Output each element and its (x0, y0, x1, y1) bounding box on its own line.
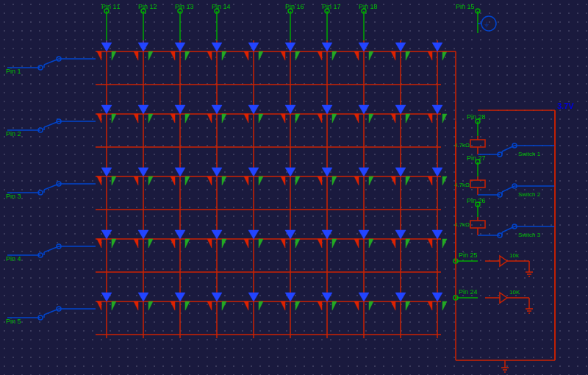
svg-marker-104 (185, 114, 190, 123)
svg-marker-168 (248, 230, 259, 239)
voltage-label: 3.7V (557, 101, 574, 110)
svg-marker-96 (101, 105, 112, 114)
resistor2-label: 4.7kΩ (454, 182, 470, 188)
svg-marker-184 (428, 239, 432, 248)
svg-marker-167 (222, 239, 226, 248)
svg-marker-121 (391, 114, 395, 123)
svg-marker-183 (432, 230, 442, 239)
svg-marker-180 (395, 230, 406, 239)
svg-marker-140 (259, 176, 263, 185)
svg-marker-186 (101, 293, 112, 301)
svg-marker-135 (212, 168, 222, 176)
svg-marker-205 (318, 301, 322, 310)
svg-marker-204 (322, 293, 332, 301)
svg-marker-169 (244, 239, 248, 248)
svg-marker-91 (391, 51, 395, 60)
svg-marker-132 (175, 168, 185, 176)
svg-marker-67 (112, 51, 116, 60)
svg-marker-159 (138, 230, 148, 239)
pin13-label: Pin 13 (175, 3, 194, 10)
pin18-label: Pin 18 (359, 3, 378, 10)
svg-marker-165 (212, 230, 222, 239)
pin17-label: Pin 17 (322, 3, 341, 10)
svg-marker-112 (281, 114, 285, 123)
schematic-svg: Pin 11 Pin 12 Pin 13 Pin 14 Pin 16 Pin 1… (0, 0, 588, 375)
svg-marker-199 (244, 301, 248, 310)
svg-marker-108 (248, 105, 259, 114)
pin1-label: Pin 1 (6, 68, 21, 75)
svg-marker-210 (395, 293, 406, 301)
switch1-label: Switch 1 (518, 151, 541, 157)
svg-marker-105 (212, 105, 222, 114)
svg-marker-139 (244, 176, 248, 185)
svg-marker-202 (281, 301, 285, 310)
switch3-label: Switch 3 (518, 232, 541, 238)
svg-marker-197 (222, 301, 226, 310)
svg-marker-83 (295, 51, 300, 60)
svg-marker-166 (207, 239, 212, 248)
svg-marker-117 (359, 105, 369, 114)
svg-marker-195 (212, 293, 222, 301)
svg-marker-120 (395, 105, 406, 114)
svg-marker-122 (406, 114, 410, 123)
svg-marker-171 (285, 230, 295, 239)
svg-marker-87 (359, 43, 369, 51)
svg-marker-215 (442, 301, 447, 310)
svg-marker-144 (322, 168, 332, 176)
pin3-label: Pin 3 (6, 193, 21, 200)
svg-marker-116 (332, 114, 337, 123)
svg-marker-72 (175, 43, 185, 51)
svg-marker-211 (391, 301, 395, 310)
svg-marker-152 (406, 176, 410, 185)
pin25-label: Pin 25 (459, 251, 478, 259)
svg-marker-148 (354, 176, 359, 185)
svg-marker-188 (112, 301, 116, 310)
svg-marker-179 (369, 239, 373, 248)
svg-marker-75 (212, 43, 222, 51)
svg-rect-249 (470, 221, 485, 228)
svg-marker-98 (112, 114, 116, 123)
svg-marker-142 (281, 176, 285, 185)
resistor1-label: 4.7kΩ (454, 142, 470, 149)
svg-marker-102 (175, 105, 185, 114)
svg-marker-201 (285, 293, 295, 301)
svg-marker-181 (391, 239, 395, 248)
svg-marker-119 (369, 114, 373, 123)
svg-marker-189 (138, 293, 148, 301)
svg-point-221 (481, 16, 496, 31)
svg-marker-138 (248, 168, 259, 176)
svg-marker-71 (148, 51, 153, 60)
svg-marker-86 (332, 51, 337, 60)
svg-marker-92 (406, 51, 410, 60)
svg-marker-130 (134, 176, 138, 185)
svg-marker-177 (359, 230, 369, 239)
svg-marker-143 (295, 176, 300, 185)
svg-marker-123 (432, 105, 442, 114)
svg-marker-115 (318, 114, 322, 123)
svg-marker-74 (185, 51, 190, 60)
svg-marker-150 (395, 168, 406, 176)
svg-marker-198 (248, 293, 259, 301)
switch2-label: Switch 2 (518, 191, 541, 198)
svg-marker-160 (134, 239, 138, 248)
svg-text:⏚: ⏚ (484, 20, 489, 28)
svg-marker-161 (148, 239, 153, 248)
svg-rect-238 (470, 180, 485, 188)
svg-marker-88 (354, 51, 359, 60)
svg-marker-206 (332, 301, 337, 310)
pin5-label: Pin 5 (6, 318, 21, 325)
svg-marker-101 (148, 114, 153, 123)
svg-marker-136 (207, 176, 212, 185)
svg-marker-100 (134, 114, 138, 123)
svg-marker-212 (406, 301, 410, 310)
svg-marker-93 (432, 43, 442, 51)
svg-marker-172 (281, 239, 285, 248)
svg-marker-129 (138, 168, 148, 176)
svg-marker-95 (442, 51, 447, 60)
svg-marker-173 (295, 239, 300, 248)
pin27-label: Pin 27 (467, 154, 486, 162)
svg-marker-73 (171, 51, 175, 60)
pin4-label: Pin 4 (6, 255, 21, 262)
pin14-label: Pin 14 (212, 3, 231, 10)
svg-marker-113 (295, 114, 300, 123)
